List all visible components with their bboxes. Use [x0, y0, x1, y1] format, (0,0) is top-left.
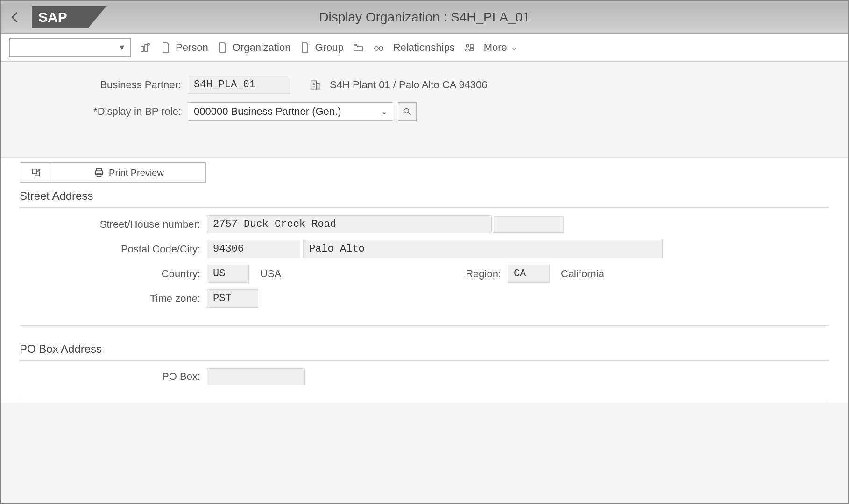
page-icon — [217, 42, 229, 54]
svg-rect-8 — [470, 45, 474, 47]
person-button[interactable]: Person — [160, 42, 208, 54]
person-label: Person — [176, 42, 208, 54]
open-button[interactable] — [352, 42, 364, 54]
street-address-title: Street Address — [1, 186, 848, 207]
region-name: California — [561, 268, 604, 280]
bp-value: S4H_PLA_01 — [188, 76, 290, 94]
org-icon — [309, 79, 321, 91]
svg-line-18 — [37, 169, 40, 172]
house-number-value — [494, 216, 564, 233]
page-title: Display Organization : S4H_PLA_01 — [1, 10, 848, 25]
pobox-value — [207, 368, 305, 385]
titlebar: SAP Display Organization : S4H_PLA_01 — [1, 1, 848, 34]
more-button[interactable]: More ⌄ — [484, 42, 517, 54]
switch-button[interactable] — [463, 42, 475, 54]
toolbar: ▼ Person Organization Group — [1, 34, 848, 62]
bp-row: Business Partner: S4H_PLA_01 S4H Plant 0… — [20, 76, 829, 94]
sap-logo: SAP — [29, 6, 109, 28]
street-row: Street/House number: 2757 Duck Creek Roa… — [29, 215, 820, 233]
role-label: *Display in BP role: — [20, 105, 188, 118]
organization-button[interactable]: Organization — [217, 42, 291, 54]
pobox-label: PO Box: — [29, 371, 207, 383]
postal-value: 94306 — [207, 240, 300, 258]
organization-label: Organization — [233, 42, 291, 54]
command-dropdown[interactable]: ▼ — [9, 38, 131, 57]
svg-rect-9 — [470, 48, 474, 50]
country-code: US — [207, 265, 249, 283]
page-icon — [160, 42, 172, 54]
chevron-down-icon: ⌄ — [381, 107, 387, 116]
more-label: More — [484, 42, 507, 54]
print-preview-button[interactable]: Print Preview — [52, 162, 206, 183]
street-address-group: Street/House number: 2757 Duck Creek Roa… — [20, 207, 829, 326]
city-value: Palo Alto — [303, 240, 663, 258]
region-code: CA — [508, 265, 550, 283]
street-label: Street/House number: — [29, 218, 207, 231]
pobox-row: PO Box: — [29, 368, 820, 385]
chevron-down-icon: ▼ — [118, 43, 126, 52]
page-icon — [299, 42, 311, 54]
check-button[interactable] — [373, 42, 385, 54]
svg-rect-3 — [145, 45, 148, 51]
header-area: Business Partner: S4H_PLA_01 S4H Plant 0… — [1, 62, 848, 158]
role-select[interactable]: 000000 Business Partner (Gen.) ⌄ — [188, 102, 393, 121]
printer-icon — [94, 168, 104, 178]
timezone-label: Time zone: — [29, 293, 207, 305]
print-preview-label: Print Preview — [109, 168, 164, 178]
country-name: USA — [260, 268, 456, 280]
role-row: *Display in BP role: 000000 Business Par… — [20, 102, 829, 121]
action-row: Print Preview — [1, 158, 848, 186]
svg-line-16 — [409, 113, 411, 115]
group-label: Group — [315, 42, 343, 54]
svg-rect-2 — [141, 47, 144, 51]
svg-point-7 — [466, 44, 469, 47]
relationships-label: Relationships — [393, 42, 455, 54]
back-button[interactable] — [1, 1, 29, 34]
pobox-title: PO Box Address — [1, 339, 848, 360]
role-search-button[interactable] — [398, 102, 417, 121]
glasses-icon — [373, 42, 385, 54]
country-row: Country: US USA Region: CA California — [29, 265, 820, 283]
role-value: 000000 Business Partner (Gen.) — [194, 105, 341, 118]
group-button[interactable]: Group — [299, 42, 343, 54]
svg-rect-11 — [316, 83, 319, 89]
country-label: Country: — [29, 268, 207, 280]
pobox-group: PO Box: — [20, 360, 829, 403]
street-value: 2757 Duck Creek Road — [207, 215, 492, 233]
postal-row: Postal Code/City: 94306 Palo Alto — [29, 240, 820, 258]
svg-point-4 — [148, 43, 149, 45]
svg-point-15 — [404, 108, 409, 113]
svg-text:SAP: SAP — [38, 9, 67, 25]
user-settings-icon — [463, 42, 475, 54]
svg-rect-17 — [33, 169, 37, 174]
region-label: Region: — [456, 268, 508, 280]
app-window: SAP Display Organization : S4H_PLA_01 ▼ … — [0, 0, 849, 504]
relationships-button[interactable]: Relationships — [393, 42, 455, 54]
detail-area: Print Preview Street Address Street/Hous… — [1, 158, 848, 403]
open-folder-icon — [352, 42, 364, 54]
chevron-down-icon: ⌄ — [511, 43, 517, 52]
svg-rect-21 — [97, 174, 101, 176]
postal-label: Postal Code/City: — [29, 243, 207, 255]
bp-label: Business Partner: — [20, 79, 188, 91]
bp-description: S4H Plant 01 / Palo Alto CA 94306 — [330, 79, 488, 91]
timezone-row: Time zone: PST — [29, 289, 820, 308]
timezone-value: PST — [207, 289, 258, 308]
expand-button[interactable] — [20, 162, 52, 183]
locator-button[interactable] — [139, 42, 151, 54]
locator-icon — [139, 42, 151, 54]
